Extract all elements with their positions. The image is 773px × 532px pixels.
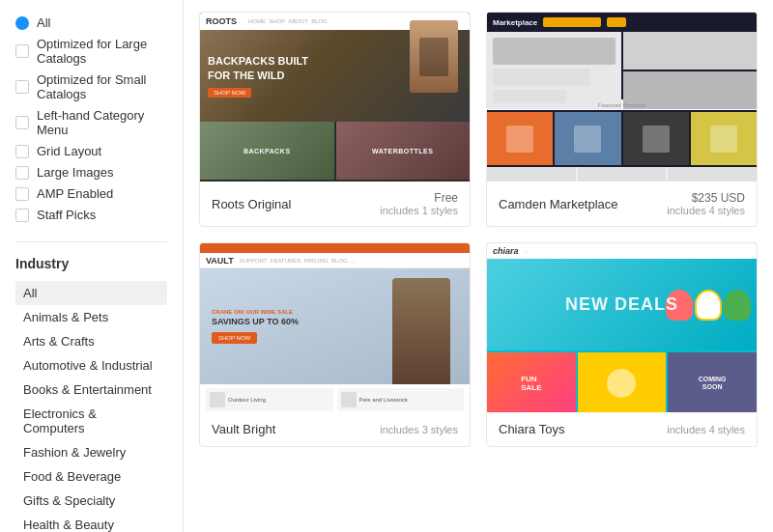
- filter-amp-enabled[interactable]: AMP Enabled: [15, 186, 167, 201]
- roots-backpack: [410, 20, 458, 93]
- radio-all: [15, 16, 29, 30]
- roots-name: Roots Original: [212, 197, 291, 211]
- filter-staff-picks[interactable]: Staff Picks: [15, 208, 167, 222]
- chiara-prod-new: [578, 352, 667, 412]
- vault-title: SAVINGS UP TO 60%: [212, 317, 299, 328]
- vault-hero: CRANE ON! OUR WIDE SALE SAVINGS UP TO 60…: [200, 268, 470, 384]
- camden-styles: includes 4 styles: [667, 205, 745, 216]
- camden-search: [543, 17, 601, 27]
- roots-hero-text: BACKPACKS BUILTFOR THE WILD: [208, 54, 308, 82]
- industry-item-all[interactable]: All: [15, 281, 167, 305]
- camden-hero: [487, 32, 757, 99]
- roots-waterbottles: WATERBOTTLES: [336, 122, 471, 180]
- filter-amp-enabled-label: AMP Enabled: [37, 186, 113, 201]
- chiara-logo: chiara: [493, 246, 519, 256]
- roots-price: Free: [380, 191, 458, 205]
- vault-model: [392, 278, 450, 384]
- industry-item-animals[interactable]: Animals & Pets: [15, 305, 167, 329]
- roots-info: Roots Original Free includes 1 styles: [200, 182, 470, 226]
- main-content: ROOTS HOME SHOP ABOUT BLOG BACKPACKS BUI…: [184, 0, 773, 532]
- vault-product-1: Outdoor Living: [206, 388, 333, 411]
- theme-preview-chiara: chiara ... NEW DEALS FUNSALE: [487, 243, 757, 412]
- roots-hero: BACKPACKS BUILTFOR THE WILD SHOP NOW: [200, 30, 470, 122]
- filter-small-catalogs[interactable]: Optimized for Small Catalogs: [15, 72, 167, 101]
- vault-product-2: Pets and Livestock: [337, 388, 465, 411]
- filter-staff-picks-label: Staff Picks: [37, 208, 96, 222]
- check-large-catalogs: [15, 44, 29, 58]
- camden-hero-main: [487, 32, 621, 109]
- page-container: All Optimized for Large Catalogs Optimiz…: [0, 0, 773, 532]
- check-staff-picks: [15, 209, 29, 222]
- chiara-hero-text: NEW DEALS: [565, 294, 678, 315]
- chiara-products: FUNSALE COMINGSOON: [487, 352, 757, 412]
- theme-card-roots[interactable]: ROOTS HOME SHOP ABOUT BLOG BACKPACKS BUI…: [199, 12, 471, 227]
- industry-list: All Animals & Pets Arts & Crafts Automot…: [15, 281, 167, 532]
- theme-preview-roots: ROOTS HOME SHOP ABOUT BLOG BACKPACKS BUI…: [200, 13, 470, 182]
- filter-large-images[interactable]: Large Images: [15, 165, 167, 180]
- chiara-prod-coming: COMINGSOON: [668, 352, 757, 412]
- chiara-toy-3: [724, 290, 751, 321]
- camden-featured: [487, 167, 757, 182]
- chiara-toys: [666, 290, 751, 321]
- chiara-hero: NEW DEALS: [487, 259, 757, 350]
- check-amp-enabled: [15, 187, 29, 201]
- industry-item-electronics[interactable]: Electronics & Computers: [15, 402, 167, 440]
- vault-styles: includes 3 styles: [380, 424, 458, 435]
- vault-hero-content: CRANE ON! OUR WIDE SALE SAVINGS UP TO 60…: [200, 297, 310, 356]
- filter-small-catalogs-label: Optimized for Small Catalogs: [37, 72, 167, 101]
- filter-section: All Optimized for Large Catalogs Optimiz…: [15, 15, 167, 222]
- roots-products-grid: BACKPACKS WATERBOTTLES: [200, 122, 470, 180]
- roots-logo: ROOTS: [206, 16, 237, 26]
- filter-all-label: All: [37, 15, 50, 30]
- chiara-toy-2: [695, 290, 722, 321]
- chiara-styles: includes 4 styles: [667, 424, 745, 435]
- filter-grid-layout[interactable]: Grid Layout: [15, 144, 167, 158]
- industry-item-health[interactable]: Health & Beauty: [15, 513, 167, 532]
- industry-item-food[interactable]: Food & Beverage: [15, 464, 167, 489]
- camden-price: $235 USD: [667, 191, 745, 205]
- camden-name: Camden Marketplace: [499, 197, 618, 211]
- industry-item-books[interactable]: Books & Entertainment: [15, 378, 167, 402]
- sidebar: All Optimized for Large Catalogs Optimiz…: [0, 0, 184, 532]
- vault-banner: [200, 243, 470, 253]
- roots-cta: SHOP NOW: [208, 88, 251, 98]
- camden-hero-side: [623, 32, 758, 109]
- chiara-name: Chiara Toys: [499, 422, 564, 436]
- vault-cta: SHOP NOW: [212, 332, 257, 344]
- chiara-prod-sale: FUNSALE: [487, 352, 576, 412]
- filter-grid-layout-label: Grid Layout: [37, 144, 101, 158]
- chiara-info: Chiara Toys includes 4 styles: [487, 412, 757, 446]
- theme-card-vault[interactable]: VAULT SUPPORT FEATURES PRICING BLOG ... …: [199, 242, 471, 447]
- theme-card-chiara[interactable]: chiara ... NEW DEALS FUNSALE: [486, 242, 758, 447]
- chiara-nav: chiara ...: [487, 243, 757, 259]
- theme-preview-camden: Marketplace: [487, 13, 757, 182]
- filter-large-catalogs-label: Optimized for Large Catalogs: [37, 37, 167, 66]
- industry-section: Industry All Animals & Pets Arts & Craft…: [15, 256, 167, 532]
- theme-card-camden[interactable]: Marketplace: [486, 12, 758, 227]
- industry-item-automotive[interactable]: Automotive & Industrial: [15, 353, 167, 378]
- filter-large-catalogs[interactable]: Optimized for Large Catalogs: [15, 37, 167, 66]
- camden-product-3: [623, 112, 689, 165]
- camden-search-btn: [607, 17, 626, 27]
- check-large-images: [15, 166, 29, 180]
- camden-info: Camden Marketplace $235 USD includes 4 s…: [487, 182, 757, 226]
- camden-product-4: [691, 112, 757, 165]
- roots-styles: includes 1 styles: [380, 205, 458, 216]
- industry-item-arts[interactable]: Arts & Crafts: [15, 329, 167, 353]
- industry-title: Industry: [15, 256, 167, 271]
- filter-all[interactable]: All: [15, 15, 167, 30]
- divider: [15, 241, 167, 242]
- check-grid-layout: [15, 145, 29, 158]
- vault-name: Vault Bright: [212, 422, 275, 436]
- industry-item-fashion[interactable]: Fashion & Jewelry: [15, 440, 167, 464]
- filter-left-category[interactable]: Left-hand Category Menu: [15, 108, 167, 137]
- theme-preview-vault: VAULT SUPPORT FEATURES PRICING BLOG ... …: [200, 243, 470, 412]
- camden-product-1: [487, 112, 553, 165]
- vault-nav: VAULT SUPPORT FEATURES PRICING BLOG ...: [200, 253, 470, 268]
- themes-grid: ROOTS HOME SHOP ABOUT BLOG BACKPACKS BUI…: [199, 12, 758, 447]
- vault-info: Vault Bright includes 3 styles: [200, 412, 470, 446]
- filter-left-category-label: Left-hand Category Menu: [37, 108, 167, 137]
- industry-item-gifts[interactable]: Gifts & Specialty: [15, 489, 167, 513]
- check-small-catalogs: [15, 80, 29, 94]
- check-left-category: [15, 116, 29, 129]
